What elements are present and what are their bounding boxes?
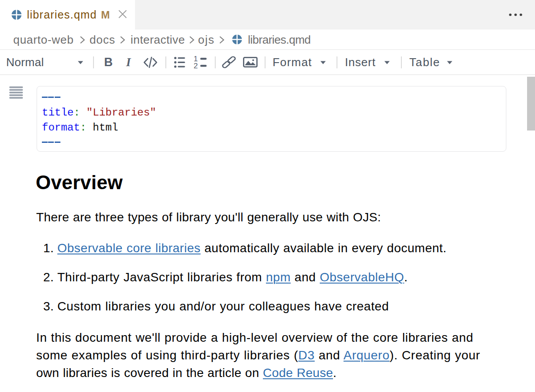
svg-text:2: 2 <box>194 62 198 69</box>
